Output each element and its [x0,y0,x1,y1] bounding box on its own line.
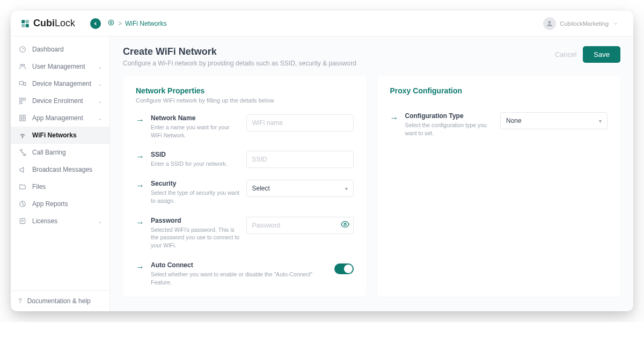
chevron-down-icon: ⌄ [98,115,102,121]
sidebar-item-licenses[interactable]: Licenses ⌄ [11,213,109,230]
sidebar-item-label: Broadcast Messages [32,166,92,173]
sidebar-item-dashboard[interactable]: Dashboard [11,41,109,58]
sidebar-item-label: WiFi Networks [32,131,77,139]
select-value: Select [252,185,270,192]
svg-point-5 [110,21,112,24]
chevron-down-icon: ⌄ [98,64,102,70]
field-network-name: → Network Name Enter a name you want for… [136,114,354,139]
sidebar-item-label: Device Enrolment [32,97,83,105]
arrow-icon: → [136,262,144,272]
grid-icon [18,114,27,122]
svg-rect-15 [20,115,22,118]
network-properties-card: Network Properties Configure WiFi networ… [123,76,367,297]
user-name: CubilockMarketing [560,20,609,27]
arrow-icon: → [136,181,144,191]
svg-point-9 [23,64,25,67]
field-desc: Selected WiFi's password. This is the pa… [151,226,240,250]
page-header: Create WiFi Network Configure a Wi-Fi ne… [123,46,620,67]
users-icon [18,62,27,71]
select-value: None [506,117,522,124]
proxy-configuration-card: Proxy Configuration → Configuration Type… [377,76,621,297]
sidebar-item-app-reports[interactable]: App Reports [11,195,109,213]
sidebar-item-label: Device Management [32,80,91,87]
license-icon [18,217,27,225]
field-label: Configuration Type [405,112,494,120]
folder-icon [18,182,27,191]
sidebar-item-label: Files [32,183,46,191]
app-window: CubiLock > WiFi Networks CubilockMarketi… [11,11,633,311]
sidebar-help[interactable]: ? Documentation & help [11,290,109,311]
network-name-input[interactable] [246,114,354,131]
sidebar-item-label: App Management [32,114,83,122]
card-title: Network Properties [136,86,354,95]
field-password: → Password Selected WiFi's password. Thi… [136,217,354,250]
breadcrumb: > WiFi Networks [107,19,166,28]
field-desc: Enter a SSID for your network. [151,160,240,168]
phone-off-icon [18,148,27,157]
arrow-icon: → [136,152,144,162]
user-menu[interactable]: CubilockMarketing [538,15,624,32]
field-label: Network Name [151,114,240,122]
sidebar-item-device-management[interactable]: Device Management ⌄ [11,75,109,92]
sidebar-item-device-enrolment[interactable]: Device Enrolment ⌄ [11,92,109,109]
sidebar-item-app-management[interactable]: App Management ⌄ [11,109,109,127]
card-subtitle: Configure WiFi network by filling up the… [136,97,354,104]
svg-rect-13 [23,98,25,100]
field-desc: Enter a name you want for your WiFi Netw… [151,123,240,139]
arrow-icon: → [390,113,399,123]
back-button[interactable] [90,18,101,29]
ssid-input[interactable] [246,151,354,168]
svg-rect-21 [20,218,25,223]
svg-rect-0 [21,20,25,23]
sidebar-item-label: Dashboard [32,46,64,53]
svg-point-19 [22,137,23,138]
help-label: Documentation & help [27,297,91,305]
svg-rect-12 [20,98,22,100]
chevron-down-icon: ⌄ [98,218,102,224]
target-icon [107,19,115,28]
field-configuration-type: → Configuration Type Select the configur… [390,112,608,137]
breadcrumb-link[interactable]: WiFi Networks [125,20,166,27]
chart-icon [18,200,27,208]
field-label: Auto Connect [151,261,328,269]
field-desc: Select the configuration type you want t… [405,121,494,137]
chevron-down-icon: ▾ [599,118,602,124]
svg-rect-18 [23,119,25,121]
sidebar: Dashboard User Management ⌄ Device Manag… [11,36,110,311]
auto-connect-toggle[interactable] [334,263,354,274]
brand-name-a: Cubi [33,18,55,29]
svg-rect-2 [21,24,25,27]
svg-point-8 [20,64,23,67]
svg-rect-10 [19,82,23,85]
sidebar-item-label: App Reports [32,200,68,208]
password-input[interactable] [246,217,354,234]
save-button[interactable]: Save [583,46,620,63]
chevron-down-icon [613,19,618,28]
svg-rect-16 [23,115,25,118]
sidebar-item-wifi-networks[interactable]: WiFi Networks [11,127,109,144]
brand-logo[interactable]: CubiLock [20,18,75,29]
cancel-button[interactable]: Cancel [555,50,576,58]
field-label: Security [151,180,240,187]
svg-point-6 [548,21,551,24]
sidebar-item-broadcast[interactable]: Broadcast Messages [11,161,109,178]
field-ssid: → SSID Enter a SSID for your network. [136,151,354,168]
eye-icon[interactable] [341,220,349,231]
brand-icon [20,19,30,28]
field-label: SSID [151,151,240,158]
svg-point-22 [344,223,346,225]
field-desc: Select whether you want to enable or dis… [151,270,328,286]
sidebar-item-user-management[interactable]: User Management ⌄ [11,58,109,75]
body: Dashboard User Management ⌄ Device Manag… [11,36,633,311]
svg-rect-3 [26,24,29,27]
sidebar-item-call-barring[interactable]: Call Barring [11,144,109,161]
breadcrumb-sep: > [118,20,122,27]
field-security: → Security Select the type of security y… [136,180,354,204]
chevron-down-icon: ⌄ [98,81,102,87]
sidebar-item-files[interactable]: Files [11,178,109,195]
security-select[interactable]: Select ▾ [246,180,354,197]
megaphone-icon [18,165,27,174]
card-title: Proxy Configuration [390,86,608,95]
configuration-type-select[interactable]: None ▾ [500,112,608,129]
devices-icon [18,79,27,88]
